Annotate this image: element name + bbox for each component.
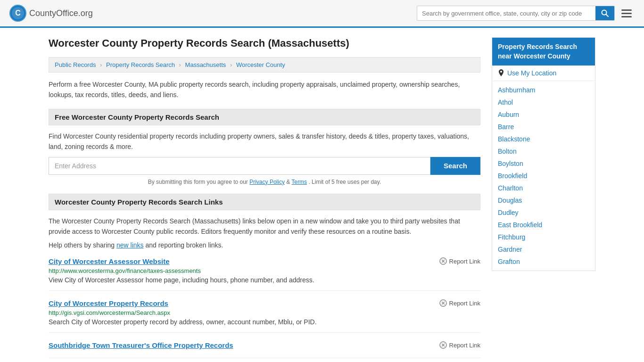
address-search-input[interactable] bbox=[49, 157, 430, 175]
list-item: Blackstone bbox=[492, 133, 595, 145]
terms-link[interactable]: Terms bbox=[291, 179, 307, 185]
link-item-header: City of Worcester Property Records Repor… bbox=[49, 299, 480, 307]
report-link-label: Report Link bbox=[449, 342, 480, 349]
sidebar-box: Property Records Search near Worcester C… bbox=[492, 37, 595, 271]
search-icon bbox=[601, 9, 609, 17]
link-item-title[interactable]: Southbridge Town Treasurer's Office Prop… bbox=[49, 341, 233, 349]
hamburger-line bbox=[621, 13, 632, 14]
location-pin-icon bbox=[498, 69, 504, 77]
free-search-body-text: Find Worcester County residential proper… bbox=[49, 131, 480, 152]
list-item: Athol bbox=[492, 96, 595, 108]
privacy-policy-link[interactable]: Privacy Policy bbox=[249, 179, 285, 185]
disclaimer-and: & bbox=[286, 179, 291, 185]
svg-line-5 bbox=[606, 15, 609, 17]
report-link-button[interactable]: Report Link bbox=[439, 299, 480, 307]
sidebar-city-link[interactable]: Fitchburg bbox=[498, 233, 525, 241]
global-search-button[interactable] bbox=[595, 6, 614, 20]
report-link-label: Report Link bbox=[449, 258, 480, 265]
report-link-button[interactable]: Report Link bbox=[439, 341, 480, 349]
link-item: Southbridge Town Treasurer's Office Prop… bbox=[49, 341, 480, 358]
links-section-body: The Worcester County Property Records Se… bbox=[49, 216, 480, 237]
global-search-input[interactable] bbox=[417, 7, 595, 20]
sidebar-city-link[interactable]: Barre bbox=[498, 123, 514, 131]
sidebar-city-link[interactable]: Bolton bbox=[498, 148, 517, 155]
new-links-text: Help others by sharing new links and rep… bbox=[49, 241, 480, 249]
hamburger-menu-button[interactable] bbox=[619, 7, 635, 20]
sidebar-city-link[interactable]: Charlton bbox=[498, 184, 523, 192]
form-disclaimer: By submitting this form you agree to our… bbox=[49, 179, 480, 185]
list-item: East Brookfield bbox=[492, 219, 595, 231]
link-item-url[interactable]: http://www.worcesterma.gov/finance/taxes… bbox=[49, 267, 480, 274]
new-links-link[interactable]: new links bbox=[116, 241, 144, 249]
list-item: Ashburnham bbox=[492, 84, 595, 96]
list-item: Charlton bbox=[492, 182, 595, 194]
link-item-title[interactable]: City of Worcester Assessor Website bbox=[49, 257, 169, 265]
list-item: Boylston bbox=[492, 157, 595, 170]
sidebar-city-link[interactable]: Blackstone bbox=[498, 135, 530, 143]
header-right bbox=[417, 6, 635, 21]
sidebar-city-list: Ashburnham Athol Auburn Barre Blackstone… bbox=[492, 81, 595, 271]
link-item-url[interactable]: http://gis.vgsi.com/worcesterma/Search.a… bbox=[49, 309, 480, 316]
logo-icon: C bbox=[9, 5, 26, 22]
breadcrumb-item-massachusetts[interactable]: Massachusetts bbox=[185, 61, 226, 68]
link-item-desc: View City of Worcester Assessor home pag… bbox=[49, 276, 480, 284]
report-link-button[interactable]: Report Link bbox=[439, 257, 480, 265]
sidebar-city-link[interactable]: East Brookfield bbox=[498, 221, 542, 229]
help-suffix: and reporting broken links. bbox=[145, 241, 223, 249]
sidebar-city-link[interactable]: Gardner bbox=[498, 246, 522, 253]
help-prefix: Help others by sharing bbox=[49, 241, 116, 249]
page-title: Worcester County Property Records Search… bbox=[49, 37, 480, 49]
hamburger-line bbox=[621, 16, 632, 17]
svg-text:C: C bbox=[15, 9, 21, 17]
breadcrumb-sep: › bbox=[179, 61, 181, 68]
content-area: Worcester County Property Records Search… bbox=[49, 37, 480, 362]
list-item: Grafton bbox=[492, 255, 595, 268]
use-my-location-link[interactable]: Use My Location bbox=[507, 69, 556, 77]
link-item-title[interactable]: City of Worcester Property Records bbox=[49, 299, 168, 307]
list-item: Fitchburg bbox=[492, 231, 595, 243]
address-search-button[interactable]: Search bbox=[430, 157, 480, 175]
link-item: City of Worcester Assessor Website Repor… bbox=[49, 257, 480, 291]
link-item: City of Worcester Property Records Repor… bbox=[49, 299, 480, 333]
free-search-section-header: Free Worcester County Property Records S… bbox=[49, 109, 480, 125]
link-item-header: Southbridge Town Treasurer's Office Prop… bbox=[49, 341, 480, 349]
sidebar-city-link[interactable]: Athol bbox=[498, 99, 513, 106]
report-icon bbox=[439, 341, 447, 349]
list-item: Dudley bbox=[492, 206, 595, 219]
sidebar-city-link[interactable]: Brookfield bbox=[498, 172, 527, 180]
sidebar-city-link[interactable]: Auburn bbox=[498, 111, 519, 118]
logo-area[interactable]: C CountyOffice.org bbox=[9, 5, 93, 22]
main-container: Worcester County Property Records Search… bbox=[39, 28, 605, 362]
breadcrumb-sep: › bbox=[100, 61, 102, 68]
sidebar-city-link[interactable]: Dudley bbox=[498, 209, 519, 216]
breadcrumb-item-worcester-county[interactable]: Worcester County bbox=[236, 61, 285, 68]
sidebar-use-location[interactable]: Use My Location bbox=[492, 66, 595, 81]
intro-text: Perform a free Worcester County, MA publ… bbox=[49, 79, 480, 100]
breadcrumb-item-property-records[interactable]: Property Records Search bbox=[106, 61, 175, 68]
list-item: Bolton bbox=[492, 145, 595, 157]
logo-text: CountyOffice.org bbox=[29, 8, 93, 18]
report-link-label: Report Link bbox=[449, 300, 480, 307]
hamburger-line bbox=[621, 9, 632, 11]
disclaimer-suffix: . Limit of 5 free uses per day. bbox=[308, 179, 381, 185]
list-item: Auburn bbox=[492, 108, 595, 121]
report-icon bbox=[439, 299, 447, 307]
report-icon bbox=[439, 257, 447, 265]
list-item: Gardner bbox=[492, 243, 595, 255]
breadcrumb-item-public-records[interactable]: Public Records bbox=[55, 61, 96, 68]
breadcrumb: Public Records › Property Records Search… bbox=[49, 57, 480, 73]
sidebar-city-link[interactable]: Boylston bbox=[498, 160, 523, 167]
sidebar-city-link[interactable]: Douglas bbox=[498, 197, 522, 204]
link-item-header: City of Worcester Assessor Website Repor… bbox=[49, 257, 480, 265]
list-item: Douglas bbox=[492, 194, 595, 206]
disclaimer-prefix: By submitting this form you agree to our bbox=[148, 179, 249, 185]
global-search-bar bbox=[417, 6, 615, 21]
sidebar-city-link[interactable]: Grafton bbox=[498, 258, 520, 265]
breadcrumb-sep: › bbox=[230, 61, 232, 68]
site-header: C CountyOffice.org bbox=[0, 0, 644, 28]
link-item-desc: Search City of Worcester property record… bbox=[49, 318, 480, 326]
list-item: Brookfield bbox=[492, 170, 595, 182]
address-search-form: Search bbox=[49, 157, 480, 175]
sidebar-city-link[interactable]: Ashburnham bbox=[498, 86, 535, 94]
links-section-header: Worcester County Property Records Search… bbox=[49, 194, 480, 210]
